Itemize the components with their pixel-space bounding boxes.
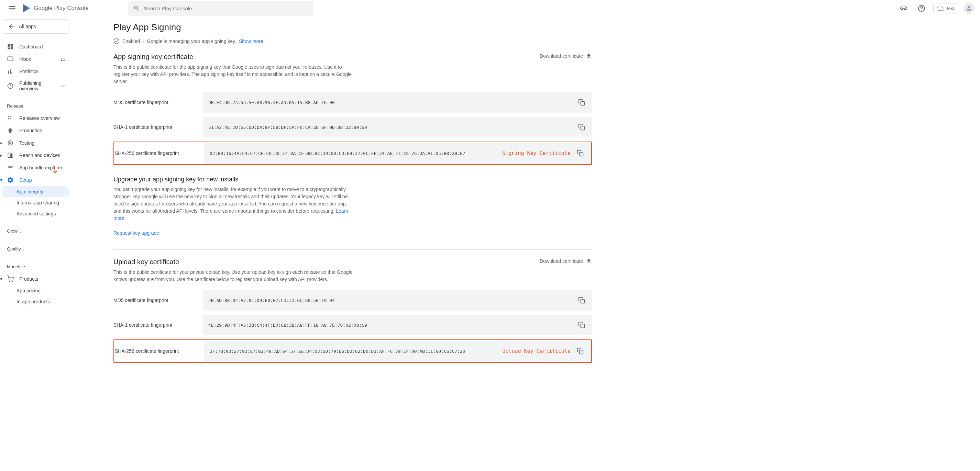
devices-icon: [7, 152, 14, 159]
sidebar-item-advanced-settings[interactable]: Advanced settings: [3, 208, 70, 219]
sidebar-item-testing[interactable]: ▸ Testing: [3, 137, 70, 149]
svg-rect-17: [579, 152, 583, 156]
copy-button[interactable]: [577, 98, 586, 107]
avatar[interactable]: [964, 3, 975, 14]
copy-button[interactable]: [577, 320, 586, 330]
section-monetize: Monetize: [3, 261, 70, 273]
top-header: Google Play Console Test: [0, 0, 980, 16]
all-apps-button[interactable]: All apps: [3, 19, 70, 34]
nav-label: Releases overview: [19, 116, 60, 121]
svg-point-13: [13, 281, 13, 282]
svg-rect-20: [579, 350, 583, 354]
sidebar-item-internal-sharing[interactable]: Internal app sharing: [3, 197, 70, 208]
sidebar-item-dashboard[interactable]: Dashboard: [3, 41, 70, 53]
sidebar-item-publishing[interactable]: Publishing overview: [3, 78, 70, 94]
menu-button[interactable]: [5, 2, 19, 15]
sidebar-item-reach[interactable]: ▸ Reach and devices: [3, 149, 70, 162]
svg-rect-18: [581, 300, 585, 303]
chevron-down-icon: ▾: [0, 177, 2, 183]
copy-button[interactable]: [576, 148, 585, 158]
stats-icon: [7, 68, 14, 75]
nav-label: Inbox: [19, 56, 31, 62]
section-quality[interactable]: Quality ⌄: [3, 243, 70, 255]
link-icon: [900, 4, 908, 13]
upload-sha1-row: SHA-1 certificate fingerprint 4E:29:9D:4…: [113, 315, 592, 335]
svg-point-12: [9, 281, 10, 282]
download-upload-cert[interactable]: Download certificate: [540, 258, 592, 264]
sidebar-item-statistics[interactable]: Statistics: [3, 65, 70, 78]
chevron-down-icon: ⌄: [19, 230, 22, 233]
play-console-icon: [22, 3, 32, 13]
upload-sha1-label: SHA-1 certificate fingerprint: [113, 322, 203, 328]
copy-icon: [578, 322, 585, 328]
logo[interactable]: Google Play Console: [22, 3, 89, 13]
sha1-row: SHA-1 certificate fingerprint 51:A2:4E:7…: [113, 117, 592, 137]
download-icon: [586, 258, 592, 264]
upload-desc: This is the public certificate for your …: [113, 269, 354, 283]
sidebar-item-setup[interactable]: ▾ Setup: [3, 174, 70, 186]
svg-point-5: [10, 116, 11, 117]
copy-button[interactable]: [576, 346, 585, 356]
nav-label: In-app products: [16, 299, 50, 304]
copy-button[interactable]: [577, 295, 586, 305]
main-content: Play App Signing Enabled · Google is man…: [72, 16, 622, 381]
releases-icon: [7, 115, 14, 122]
nav-label: Production: [19, 128, 42, 133]
nav-label: Statistics: [19, 69, 38, 74]
link-button[interactable]: [897, 2, 910, 14]
section-grow[interactable]: Grow ⌄: [3, 225, 70, 237]
svg-point-7: [10, 118, 11, 119]
search-bar[interactable]: [128, 1, 313, 16]
divider: [3, 258, 70, 258]
nav-label: App pricing: [16, 288, 41, 293]
section-divider: [113, 249, 592, 250]
search-icon: [134, 5, 140, 12]
person-icon: [966, 5, 972, 12]
signing-desc: This is the public certificate for the a…: [113, 63, 354, 85]
md5-row: MD5 certificate fingerprint 9B:E4:DD:73:…: [113, 92, 592, 113]
inbox-icon: [7, 56, 14, 62]
testing-icon: [7, 140, 14, 146]
sidebar-item-bundle[interactable]: App bundle explorer: [3, 162, 70, 174]
sidebar-item-releases-overview[interactable]: Releases overview: [3, 112, 70, 124]
app-chip[interactable]: Test: [933, 3, 958, 13]
upload-md5-value: 2B:AD:88:02:A7:81:D9:E0:F7:C3:33:6C:60:5…: [208, 298, 573, 303]
chevron-down-icon: ▾: [0, 276, 2, 282]
request-upgrade-button[interactable]: Request key upgrade: [113, 230, 159, 236]
upload-md5-label: MD5 certificate fingerprint: [113, 298, 203, 303]
upload-section-title: Upload key certificate: [113, 258, 179, 266]
show-more-link[interactable]: Show more: [239, 38, 263, 44]
chevron-right-icon: ▸: [0, 152, 2, 158]
divider: [3, 240, 70, 240]
cart-icon: [7, 276, 14, 282]
svg-point-8: [10, 142, 11, 144]
sidebar-item-inbox[interactable]: Inbox 11: [3, 53, 70, 65]
svg-point-14: [114, 39, 119, 44]
sidebar-item-app-pricing[interactable]: App pricing: [3, 285, 70, 296]
md5-label: MD5 certificate fingerprint: [113, 100, 203, 105]
sidebar-item-products[interactable]: ▾ Products: [3, 273, 70, 285]
copy-button[interactable]: [577, 122, 586, 132]
download-signing-cert[interactable]: Download certificate: [540, 53, 592, 59]
nav-label: Dashboard: [19, 44, 43, 49]
copy-icon: [578, 99, 585, 106]
sha1-value-box: 51:A2:4E:7D:55:DD:DA:8F:5B:DF:5A:F0:CA:2…: [203, 117, 592, 137]
signing-section-title: App signing key certificate: [113, 53, 193, 61]
sha256-row: SHA-256 certificate fingerprint 02:B0:16…: [115, 143, 590, 163]
search-input[interactable]: [144, 5, 308, 11]
nav-label: App bundle explorer: [19, 165, 62, 170]
help-button[interactable]: [915, 2, 928, 14]
md5-value: 9B:E4:DD:73:53:5E:A8:9A:3F:A3:D5:15:B8:A…: [208, 100, 573, 105]
nav-label: Products: [19, 276, 38, 282]
sidebar-item-production[interactable]: Production: [3, 124, 70, 137]
copy-icon: [578, 124, 585, 130]
separator: ·: [143, 38, 144, 44]
sidebar-item-app-integrity[interactable]: App integrity: [3, 186, 70, 197]
sha256-label: SHA-256 certificate fingerprint: [115, 151, 204, 156]
svg-point-6: [8, 118, 9, 119]
hamburger-icon: [8, 4, 16, 13]
sidebar-item-in-app[interactable]: In-app products: [3, 296, 70, 307]
svg-marker-1: [23, 4, 28, 12]
nav-label: Setup: [19, 177, 32, 183]
upload-sha1-value: 4E:29:9D:4F:A5:3B:C4:4F:E0:6B:3B:A8:FF:1…: [208, 323, 573, 328]
